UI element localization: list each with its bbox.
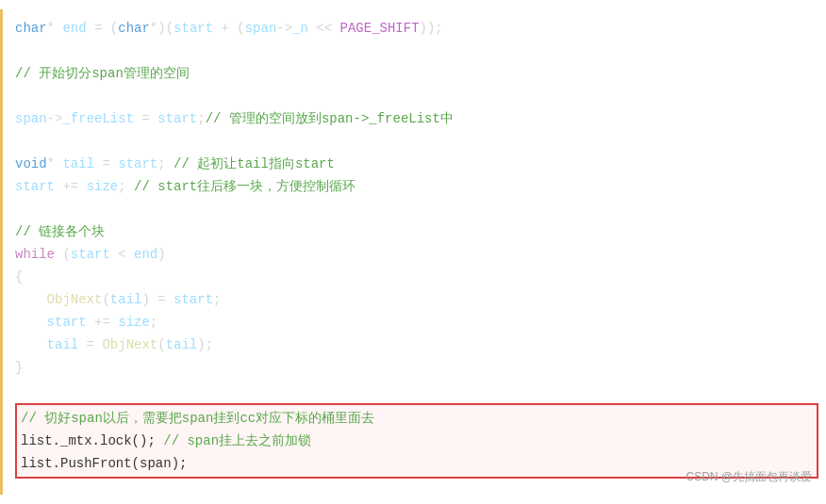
code-line: } (15, 356, 818, 379)
keyword-while: while (15, 244, 55, 265)
code-line-blank (15, 130, 818, 153)
code-content: char* end = (char*)(start + (span->_n <<… (0, 9, 826, 495)
code-line-blank (15, 379, 818, 401)
code-line-while: while (start < end) (15, 243, 818, 266)
code-line: ObjNext(tail) = start; (15, 288, 818, 311)
code-line-blank (15, 198, 818, 220)
highlighted-code-block: // 切好span以后，需要把span挂到cc对应下标的桶里面去 list._m… (15, 403, 818, 479)
left-accent-bar (0, 9, 3, 495)
code-line-blank (15, 40, 818, 62)
code-line: // 开始切分span管理的空间 (15, 62, 818, 85)
code-line: start += size; (15, 311, 818, 333)
code-line: span->_freeList = start;// 管理的空间放到span->… (15, 107, 818, 130)
code-editor: char* end = (char*)(start + (span->_n <<… (0, 0, 826, 504)
code-line-highlighted: // 切好span以后，需要把span挂到cc对应下标的桶里面去 (21, 407, 813, 430)
code-line: // 链接各个块 (15, 220, 818, 243)
code-line: { (15, 266, 818, 288)
code-line-blank (15, 85, 818, 107)
code-line: start += size; // start往后移一块，方便控制循环 (15, 175, 818, 198)
watermark: CSDN @先搞面包再谈爱 (686, 469, 812, 485)
keyword-char: char (15, 18, 47, 39)
code-line: void* tail = start; // 起初让tail指向start (15, 153, 818, 175)
code-line: char* end = (char*)(start + (span->_n <<… (15, 17, 818, 40)
code-line: tail = ObjNext(tail); (15, 333, 818, 356)
code-line-highlighted: list._mtx.lock(); // span挂上去之前加锁 (21, 430, 813, 452)
